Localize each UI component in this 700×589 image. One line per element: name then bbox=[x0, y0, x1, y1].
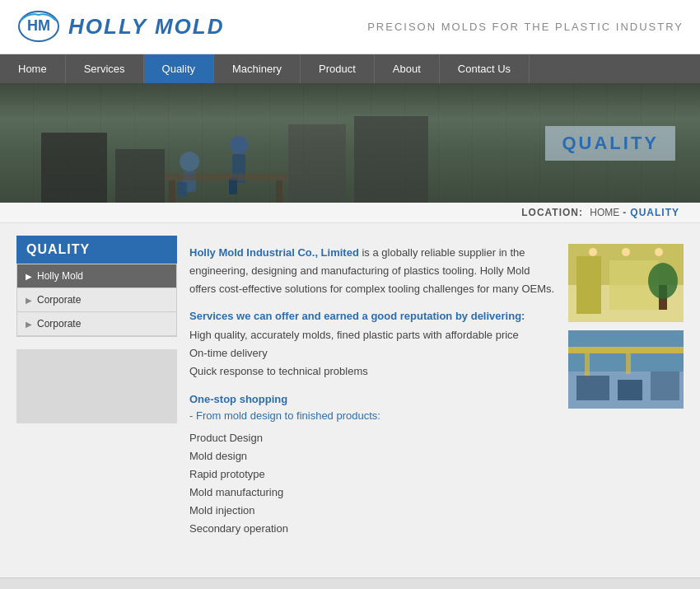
breadcrumb-home[interactable]: HOME bbox=[590, 207, 619, 218]
svg-rect-13 bbox=[169, 180, 175, 203]
svg-rect-30 bbox=[618, 380, 642, 400]
service-item-1: High quality, accurately molds, fined pl… bbox=[189, 326, 556, 344]
service-item-2: On-time delivery bbox=[189, 344, 556, 362]
header: HM HOLLY MOLD PRECISON MOLDS FOR THE PLA… bbox=[0, 0, 700, 54]
intro-paragraph: Holly Mold Industrial Co., Limited is a … bbox=[189, 244, 556, 298]
sidebar-item-label-3: Corporate bbox=[37, 318, 81, 330]
svg-point-19 bbox=[589, 248, 597, 256]
breadcrumb-label: LOCATION: bbox=[521, 207, 583, 218]
svg-rect-28 bbox=[626, 353, 631, 374]
svg-text:HM: HM bbox=[27, 17, 50, 34]
svg-rect-12 bbox=[165, 174, 288, 180]
nav-home[interactable]: Home bbox=[0, 54, 66, 83]
svg-rect-14 bbox=[276, 180, 282, 203]
logo-icon: HM bbox=[16, 8, 62, 45]
breadcrumb-separator: - bbox=[623, 207, 627, 218]
nav-quality[interactable]: Quality bbox=[144, 54, 214, 83]
product-item-3: Rapid prototype bbox=[189, 465, 556, 484]
content-left: Holly Mold Industrial Co., Limited is a … bbox=[189, 244, 556, 538]
nav-product[interactable]: Product bbox=[301, 54, 375, 83]
breadcrumb-current: QUALITY bbox=[630, 207, 679, 218]
image-office bbox=[568, 244, 684, 322]
content-section: Holly Mold Industrial Co., Limited is a … bbox=[189, 244, 684, 538]
svg-rect-5 bbox=[354, 116, 428, 203]
logo: HM HOLLY MOLD bbox=[16, 8, 224, 45]
content-images bbox=[568, 244, 684, 538]
service-item-3: Quick response to technical problems bbox=[189, 362, 556, 381]
product-item-1: Product Design bbox=[189, 429, 556, 447]
sidebar-item-label-2: Corporate bbox=[37, 294, 81, 306]
services-heading: Services we can offer and earned a good … bbox=[189, 310, 556, 322]
svg-point-23 bbox=[648, 263, 678, 299]
svg-rect-3 bbox=[115, 149, 165, 203]
tagline: PRECISON MOLDS FOR THE PLASTIC INDUSTRY bbox=[367, 21, 684, 33]
svg-point-9 bbox=[230, 136, 248, 154]
products-list: Product Design Mold design Rapid prototy… bbox=[189, 429, 556, 539]
svg-rect-4 bbox=[288, 124, 346, 203]
sidebar-item-corporate2[interactable]: ▶ Corporate bbox=[17, 312, 176, 336]
svg-rect-2 bbox=[41, 133, 107, 203]
main-content: QUALITY ▶ Holly Mold ▶ Corporate ▶ Corpo… bbox=[0, 223, 700, 577]
onestop-heading: One-stop shopping bbox=[189, 393, 556, 405]
sidebar: QUALITY ▶ Holly Mold ▶ Corporate ▶ Corpo… bbox=[16, 236, 177, 565]
sidebar-advertisement bbox=[16, 349, 177, 423]
factory-svg bbox=[568, 330, 684, 409]
hero-workers bbox=[41, 83, 453, 203]
arrow-icon-3: ▶ bbox=[26, 320, 32, 329]
svg-point-21 bbox=[655, 248, 663, 256]
product-item-6: Secondary operation bbox=[189, 520, 556, 538]
footer: copyright@2013 Holly Mold Industrial Co.… bbox=[0, 577, 700, 589]
svg-rect-8 bbox=[177, 182, 187, 197]
arrow-icon-2: ▶ bbox=[26, 296, 32, 305]
services-list: High quality, accurately molds, fined pl… bbox=[189, 326, 556, 381]
sidebar-item-hollymold[interactable]: ▶ Holly Mold bbox=[17, 264, 176, 288]
arrow-icon: ▶ bbox=[26, 272, 32, 281]
nav-machinery[interactable]: Machinery bbox=[214, 54, 301, 83]
office-svg bbox=[568, 244, 684, 322]
sidebar-title: QUALITY bbox=[16, 236, 177, 264]
logo-text: HOLLY MOLD bbox=[68, 14, 224, 40]
main-nav: Home Services Quality Machinery Product … bbox=[0, 54, 700, 83]
nav-services[interactable]: Services bbox=[66, 54, 144, 83]
content-area: Holly Mold Industrial Co., Limited is a … bbox=[189, 236, 684, 565]
svg-rect-17 bbox=[576, 256, 601, 314]
image-factory bbox=[568, 330, 684, 409]
nav-about[interactable]: About bbox=[375, 54, 440, 83]
hero-banner: QUALITY bbox=[0, 83, 700, 203]
product-item-2: Mold design bbox=[189, 447, 556, 465]
svg-rect-31 bbox=[651, 372, 679, 400]
svg-rect-29 bbox=[576, 376, 609, 400]
sidebar-item-label: Holly Mold bbox=[37, 270, 83, 282]
svg-point-6 bbox=[180, 152, 199, 171]
breadcrumb: LOCATION: HOME - QUALITY bbox=[0, 203, 700, 223]
from-heading: - From mold design to finished products: bbox=[189, 407, 556, 425]
hero-title: QUALITY bbox=[562, 133, 659, 153]
product-item-4: Mold manufacturing bbox=[189, 484, 556, 502]
svg-rect-27 bbox=[585, 353, 590, 378]
sidebar-item-corporate1[interactable]: ▶ Corporate bbox=[17, 288, 176, 312]
hero-overlay: QUALITY bbox=[545, 126, 675, 161]
nav-contact[interactable]: Contact Us bbox=[440, 54, 530, 83]
company-name: Holly Mold Industrial Co., Limited bbox=[189, 246, 359, 259]
svg-point-20 bbox=[622, 248, 630, 256]
product-item-5: Mold injection bbox=[189, 502, 556, 520]
svg-rect-26 bbox=[568, 347, 684, 353]
sidebar-menu: ▶ Holly Mold ▶ Corporate ▶ Corporate bbox=[16, 264, 177, 337]
